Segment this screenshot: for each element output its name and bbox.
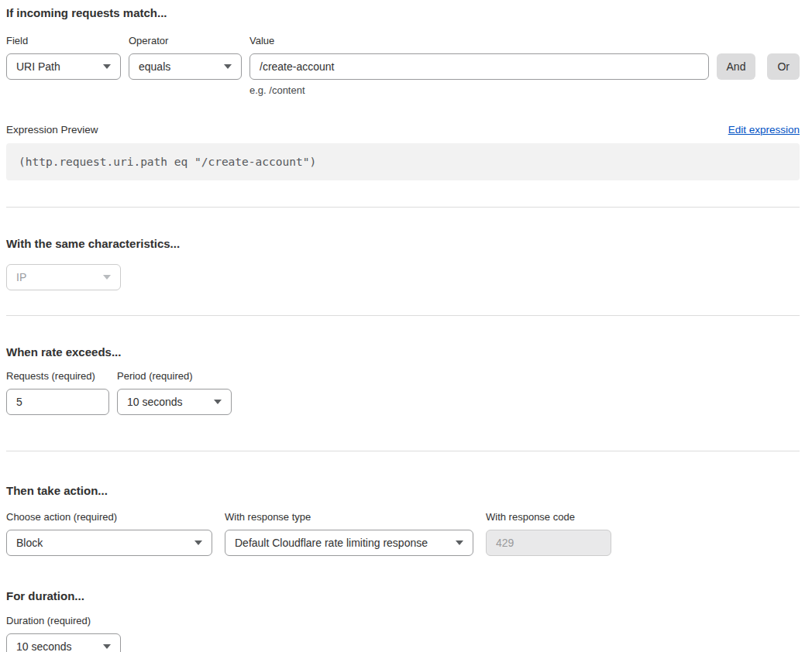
period-label: Period (required) bbox=[117, 370, 232, 383]
period-select-value: 10 seconds bbox=[127, 396, 183, 408]
duration-select-value: 10 seconds bbox=[16, 640, 72, 652]
duration-select[interactable]: 10 seconds bbox=[6, 633, 121, 652]
chevron-down-icon bbox=[103, 644, 111, 649]
rate-section: When rate exceeds... Requests (required)… bbox=[6, 316, 800, 415]
response-type-select-value: Default Cloudflare rate limiting respons… bbox=[235, 537, 428, 549]
duration-section: For duration... Duration (required) 10 s… bbox=[6, 556, 800, 652]
match-condition-row: Field URI Path Operator equals Value e.g… bbox=[6, 35, 800, 96]
field-select-value: URI Path bbox=[16, 60, 60, 73]
operator-select-value: equals bbox=[139, 60, 170, 73]
value-input[interactable] bbox=[249, 53, 709, 80]
field-select[interactable]: URI Path bbox=[6, 53, 121, 80]
characteristic-select: IP bbox=[6, 264, 121, 290]
rate-section-title: When rate exceeds... bbox=[6, 345, 800, 359]
duration-section-title: For duration... bbox=[6, 589, 800, 603]
operator-select[interactable]: equals bbox=[129, 53, 242, 80]
expression-code: (http.request.uri.path eq "/create-accou… bbox=[6, 143, 800, 180]
action-select-value: Block bbox=[16, 537, 43, 549]
action-select[interactable]: Block bbox=[6, 530, 212, 556]
response-type-select[interactable]: Default Cloudflare rate limiting respons… bbox=[225, 530, 473, 556]
value-hint: e.g. /content bbox=[249, 84, 709, 96]
match-section-title: If incoming requests match... bbox=[6, 6, 800, 20]
action-section: Then take action... Choose action (requi… bbox=[6, 451, 800, 556]
chevron-down-icon bbox=[224, 64, 232, 69]
chevron-down-icon bbox=[456, 540, 463, 545]
response-type-label: With response type bbox=[225, 511, 473, 523]
field-label: Field bbox=[6, 35, 121, 47]
duration-label: Duration (required) bbox=[6, 615, 121, 627]
characteristics-section-title: With the same characteristics... bbox=[6, 237, 800, 251]
response-code-label: With response code bbox=[486, 511, 611, 523]
or-button[interactable]: Or bbox=[767, 53, 800, 80]
period-select[interactable]: 10 seconds bbox=[117, 389, 232, 415]
value-label: Value bbox=[249, 35, 709, 47]
chevron-down-icon bbox=[214, 400, 222, 404]
operator-label: Operator bbox=[129, 35, 242, 47]
expression-preview-row: Expression Preview Edit expression bbox=[6, 124, 800, 136]
response-code-input bbox=[486, 530, 611, 556]
choose-action-label: Choose action (required) bbox=[6, 511, 212, 523]
chevron-down-icon bbox=[103, 275, 111, 280]
chevron-down-icon bbox=[194, 540, 202, 545]
and-button[interactable]: And bbox=[717, 53, 756, 80]
action-section-title: Then take action... bbox=[6, 484, 800, 498]
characteristics-section: With the same characteristics... IP bbox=[6, 208, 800, 290]
chevron-down-icon bbox=[103, 64, 111, 69]
edit-expression-link[interactable]: Edit expression bbox=[728, 124, 800, 136]
characteristic-select-value: IP bbox=[16, 271, 26, 283]
requests-input[interactable] bbox=[6, 389, 109, 415]
expression-preview-label: Expression Preview bbox=[6, 124, 98, 136]
requests-label: Requests (required) bbox=[6, 370, 109, 383]
